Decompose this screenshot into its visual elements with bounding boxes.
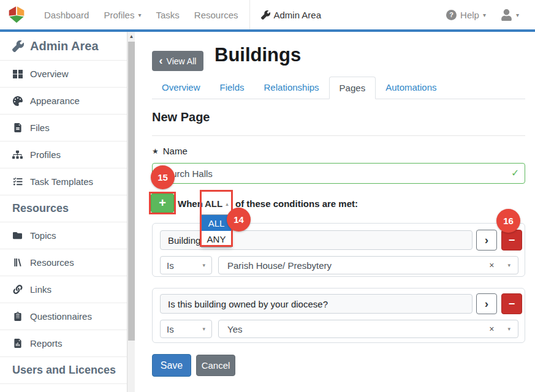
save-button[interactable]: Save [152,354,191,377]
sidebar-item-overview[interactable]: Overview [0,61,127,88]
tab-bar: Overview Fields Relationships Pages Auto… [152,77,525,99]
caret-down-icon: ▾ [507,326,510,332]
sidebar-item-appearance[interactable]: Appearance [0,88,127,115]
sitemap-icon [12,150,23,159]
top-navbar: Dashboard Profiles ▾ Tasks Resources Adm… [0,0,535,32]
divider [152,135,525,136]
sidebar-item-profiles[interactable]: Profiles [0,141,127,168]
nav-label: Tasks [156,10,179,20]
sidebar-item-links[interactable]: Links [0,276,127,303]
when-suffix: of these conditions are met: [235,198,358,209]
sidebar-item-label: Links [30,284,51,295]
cancel-button[interactable]: Cancel [196,355,235,376]
sidebar-item-topics[interactable]: Topics [0,222,127,249]
sidebar-item-label: Reports [30,338,63,349]
clear-icon[interactable]: × [489,260,494,270]
add-condition-button[interactable]: + [151,194,174,213]
file-icon [12,123,23,132]
sidebar-item-reports[interactable]: Reports [0,330,127,357]
tab-pages[interactable]: Pages [329,77,376,99]
sidebar-item-partial[interactable] [0,384,127,392]
nav-label: Resources [194,10,238,20]
navbar-right: ? Help ▾ ▾ [439,9,526,21]
condition-value-select[interactable]: Parish House/ Presbytery × ▾ [218,256,518,274]
name-field-label: ★ Name [152,146,188,156]
caret-down-icon: ▾ [507,262,510,268]
nav-item-resources[interactable]: Resources [187,10,246,20]
chevron-left-icon: ‹ [159,55,163,66]
caret-down-icon: ▾ [202,262,205,268]
caret-down-icon: ▾ [138,12,141,18]
link-icon [12,285,23,294]
sidebar-scrollbar[interactable]: ▲ [127,32,135,392]
sidebar-item-label: Resources [30,257,74,268]
help-menu[interactable]: ? Help ▾ [439,10,493,20]
sidebar-item-label: Questionnaires [30,311,92,322]
chevron-right-icon: › [485,233,488,247]
sidebar-item-label: Appearance [30,96,80,106]
operator-select[interactable]: Is ▾ [160,320,212,338]
view-all-button[interactable]: ‹ View All [152,51,203,71]
remove-condition-button[interactable]: − [501,293,522,314]
tab-automations[interactable]: Automations [376,77,446,99]
valid-check-icon: ✓ [511,167,519,179]
tab-fields[interactable]: Fields [210,77,254,99]
tab-overview[interactable]: Overview [152,77,210,99]
sidebar-section-label: Resources [12,202,69,215]
task-list-icon [12,177,23,186]
nav-item-tasks[interactable]: Tasks [148,10,186,20]
operator-select[interactable]: Is ▾ [160,256,212,274]
navbar-divider [249,0,250,29]
match-type-select[interactable]: ALL ▴ [205,198,229,209]
scrollbar-thumb[interactable] [128,42,135,341]
user-menu[interactable]: ▾ [493,9,526,21]
sidebar-title: Admin Area [0,32,127,61]
sidebar-item-label: Topics [30,230,56,241]
page-title: Buildings [214,44,301,66]
nav-label: Admin Area [274,10,322,20]
tab-relationships[interactable]: Relationships [254,77,329,99]
caret-up-icon: ▴ [226,201,229,207]
condition-value-select[interactable]: Yes × ▾ [218,320,518,338]
match-type-value: ALL [205,198,222,209]
sidebar-item-label: Overview [30,69,69,79]
sidebar-section-label: Users and Licences [12,364,116,377]
expand-condition-button[interactable]: › [476,293,497,314]
remove-condition-button[interactable]: − [501,230,522,251]
dropdown-option-all[interactable]: ALL [202,215,231,231]
wrench-icon [12,40,24,52]
app-logo[interactable] [7,6,26,24]
sidebar-item-files[interactable]: Files [0,115,127,141]
app-window: Dashboard Profiles ▾ Tasks Resources Adm… [0,0,535,392]
caret-down-icon: ▾ [516,12,519,18]
sidebar-item-task-templates[interactable]: Task Templates [0,168,127,195]
sidebar-item-label: Profiles [30,149,61,160]
nav-item-dashboard[interactable]: Dashboard [37,10,96,20]
name-label-text: Name [163,146,188,156]
condition-value: Yes [227,324,242,334]
nav-item-profiles[interactable]: Profiles ▾ [96,10,148,20]
main-content: ‹ View All Buildings Overview Fields Rel… [135,32,535,392]
folder-icon [12,231,23,240]
expand-condition-button[interactable]: › [476,230,497,251]
name-input[interactable] [152,163,525,184]
wrench-icon [261,10,270,20]
nav-label: Profiles [104,10,134,20]
sidebar-item-questionnaires[interactable]: Questionnaires [0,303,127,330]
nav-item-admin-area[interactable]: Admin Area [254,10,329,20]
cube-logo-icon [7,6,26,24]
user-icon [501,9,512,21]
dropdown-option-any[interactable]: ANY [202,231,231,247]
help-label: Help [460,10,479,20]
condition-question-input[interactable] [160,294,472,314]
clipboard-icon [12,312,23,321]
grid-icon [12,69,23,79]
caret-down-icon: ▾ [483,12,486,18]
sidebar-item-resources[interactable]: Resources [0,249,127,276]
condition-value: Parish House/ Presbytery [227,260,332,271]
nav-label: Dashboard [44,10,89,20]
sidebar-section-users-licences: Users and Licences [0,357,127,384]
minus-icon: − [509,234,515,247]
sidebar-section-resources: Resources [0,195,127,222]
clear-icon[interactable]: × [489,324,494,334]
